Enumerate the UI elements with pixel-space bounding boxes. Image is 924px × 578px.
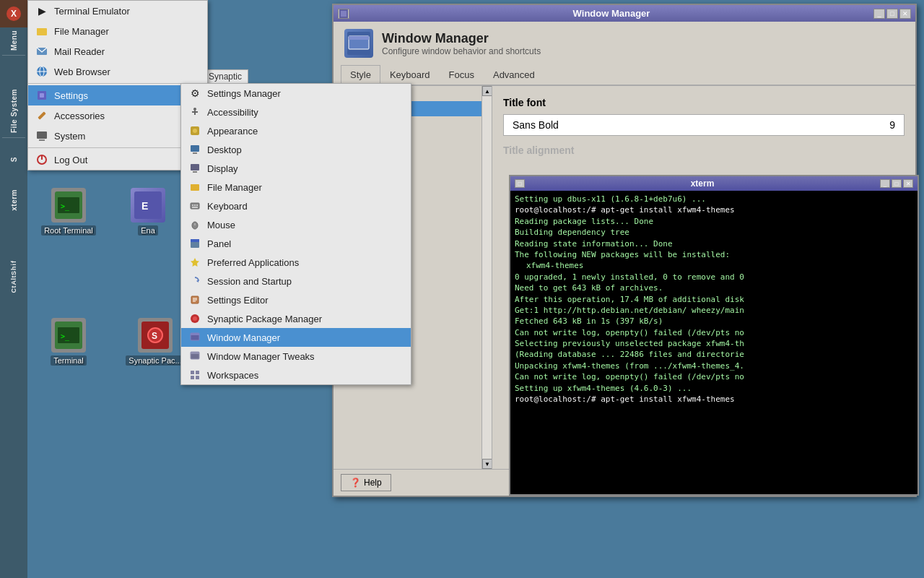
submenu-display[interactable]: Display [181, 159, 411, 178]
title-align-label: Title alignment [503, 144, 905, 156]
submenu-wm-tweaks[interactable]: Window Manager Tweaks [181, 347, 411, 366]
submenu-window-manager[interactable]: Window Manager [181, 328, 411, 347]
svg-rect-19 [37, 28, 41, 30]
accessibility-svg [190, 107, 200, 117]
web-menu-label: Web Browser [54, 66, 110, 77]
submenu-file-manager[interactable]: File Manager [181, 178, 411, 197]
wm-maximize-btn[interactable]: □ [886, 9, 898, 19]
settings-icon [36, 90, 48, 101]
terminal-icon[interactable]: >_ Terminal [36, 318, 101, 366]
submenu-workspaces[interactable]: Workspaces [181, 366, 411, 384]
session-icon [188, 275, 201, 288]
xterm-label-text: xterm [10, 189, 18, 211]
xterm-minimize[interactable]: _ [880, 179, 890, 188]
xterm-line-0: Setting up dbus-x11 (1.6.8-1+deb7u6) ... [515, 194, 913, 204]
wm-left-controls [338, 9, 349, 19]
submenu-appearance[interactable]: Appearance [181, 121, 411, 140]
wm-app-icon [339, 9, 348, 18]
submenu-keyboard[interactable]: Keyboard [181, 197, 411, 215]
submenu-settings-editor[interactable]: Settings Editor [181, 290, 411, 309]
xterm-titlebar: □ xterm _ □ ✕ [510, 176, 918, 191]
appearance-svg [190, 126, 200, 136]
wm-right-controls: _ □ ✕ [873, 9, 911, 19]
preferred-apps-icon [188, 256, 201, 269]
submenu-desktop[interactable]: Desktop [181, 140, 411, 159]
s-label-text: S [10, 157, 18, 162]
submenu-preferred-apps[interactable]: Preferred Applications [181, 253, 411, 272]
wm-minimize-btn[interactable]: _ [873, 9, 885, 19]
xterm-maximize[interactable]: □ [892, 179, 902, 188]
submenu-settings-manager[interactable]: ⚙ Settings Manager [181, 84, 411, 103]
synaptic-header-text: Synaptic [209, 72, 242, 82]
filesystem-panel-label[interactable]: File System [0, 86, 27, 136]
help-button[interactable]: ❓ Help [341, 474, 391, 491]
display-label: Display [207, 163, 238, 174]
tab-keyboard[interactable]: Keyboard [380, 65, 440, 85]
title-font-label: Title font [503, 97, 905, 108]
xterm-icon-btn[interactable]: □ [515, 179, 525, 188]
menu-icon: X [6, 6, 22, 22]
synaptic-sm-svg [190, 314, 200, 324]
svg-rect-28 [39, 139, 45, 141]
menu-item-file-manager[interactable]: File Manager [28, 21, 207, 41]
desktop-svg [190, 144, 200, 155]
svg-rect-44 [194, 204, 196, 206]
svg-text:E: E [141, 200, 148, 212]
wm-header: Window Manager Configure window behavior… [334, 22, 915, 65]
wm-header-subtitle: Configure window behavior and shortcuts [382, 46, 541, 56]
panel-label: Panel [207, 238, 231, 249]
wm-header-icon [344, 29, 373, 58]
logout-icon [36, 154, 48, 165]
workspaces-svg [190, 370, 200, 380]
title-align-text: Title alignment [503, 144, 575, 156]
menu-label-group[interactable]: Menu [0, 27, 27, 53]
submenu-accessibility[interactable]: Accessibility [181, 103, 411, 121]
svg-rect-27 [37, 131, 47, 139]
desktop: >_ Root Terminal E Ena [0, 0, 924, 578]
terminal-svg-2: >_ [55, 322, 82, 349]
panel-divider-1 [2, 55, 25, 56]
xterm-close[interactable]: ✕ [903, 179, 913, 188]
accessibility-icon [188, 105, 201, 118]
terminal-menu-label: Terminal Emulator [54, 6, 130, 17]
wm-close-btn[interactable]: ✕ [899, 9, 911, 19]
svg-text:>_: >_ [61, 202, 70, 211]
xterm-content[interactable]: Setting up dbus-x11 (1.6.8-1+deb7u6) ...… [510, 191, 918, 494]
menu-item-mail[interactable]: Mail Reader [28, 41, 207, 61]
submenu-session[interactable]: Session and Startup [181, 272, 411, 290]
root-terminal-icon[interactable]: >_ Root Terminal [36, 188, 101, 236]
scroll-up-btn[interactable]: ▲ [482, 86, 492, 96]
submenu-synaptic[interactable]: Synaptic Package Manager [181, 309, 411, 328]
wm-icon-btn[interactable] [338, 9, 349, 19]
submenu-panel[interactable]: Panel [181, 234, 411, 253]
desktop-icon-area: >_ Root Terminal E Ena [36, 188, 180, 243]
menu-item-web[interactable]: Web Browser [28, 61, 207, 82]
xterm-panel-label[interactable]: xterm [0, 186, 27, 214]
fm-icon [188, 181, 201, 194]
svg-text:>_: >_ [61, 332, 70, 341]
menu-text-label: Menu [10, 30, 18, 51]
svg-rect-14 [341, 11, 346, 17]
synaptic-pac-label: Synaptic Pac... [126, 355, 184, 366]
menu-item-terminal[interactable]: ▶ Terminal Emulator [28, 1, 207, 21]
submenu-mouse[interactable]: Mouse [181, 215, 411, 234]
tab-advanced[interactable]: Advanced [484, 65, 544, 85]
wm-title-text: Window Manager [354, 8, 869, 19]
scroll-down-btn[interactable]: ▼ [482, 459, 492, 469]
s-panel-label[interactable]: S [0, 154, 27, 165]
wm-menu-icon [188, 331, 201, 344]
settings-menu-label: Settings [54, 90, 88, 101]
svg-rect-63 [191, 371, 194, 374]
tab-focus[interactable]: Focus [440, 65, 484, 85]
session-svg [190, 276, 200, 286]
xterm-line-1: root@localhost:/# apt-get install xfwm4-… [515, 204, 913, 215]
ena-icon[interactable]: E Ena [116, 188, 180, 236]
left-panel: X Menu File System S xterm Shif Alt Ct [0, 0, 27, 578]
terminal-menu-icon: ▶ [35, 4, 48, 17]
svg-rect-62 [191, 352, 199, 354]
wm-header-title: Window Manager [382, 31, 541, 46]
fm-label: File Manager [207, 182, 262, 193]
preferred-svg [190, 257, 200, 267]
menu-button[interactable]: X [0, 0, 27, 27]
xterm-line-10: Get:1 http://http.debian.net/debian/ whe… [515, 305, 913, 316]
